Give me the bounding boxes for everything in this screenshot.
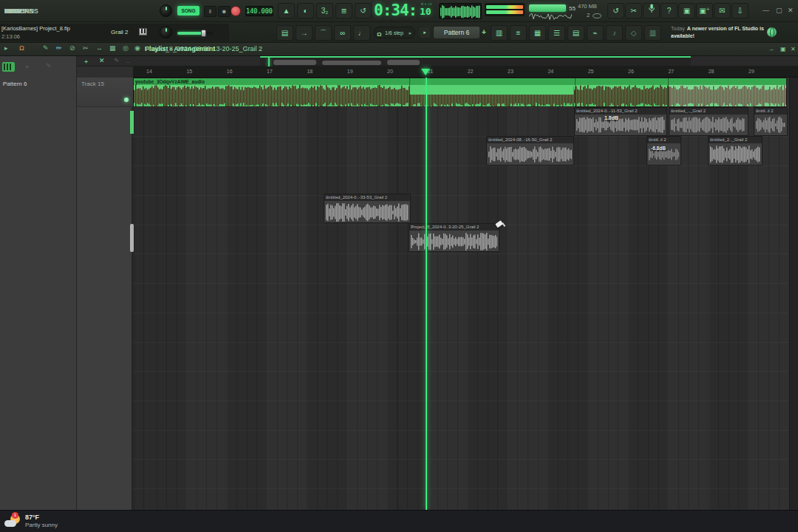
stop-button[interactable]: ■	[218, 6, 231, 17]
blend-recording-icon[interactable]: ≣	[335, 3, 352, 18]
pencil-tool-icon[interactable]: ✎	[46, 62, 52, 69]
mixer-icon[interactable]: ▦	[529, 25, 546, 41]
detach-icon[interactable]: ▸	[4, 44, 8, 52]
add-track-icon[interactable]: ＋	[83, 57, 89, 66]
countdown-icon[interactable]: 3₂	[316, 3, 333, 18]
bpm-display[interactable]: 140.000	[245, 6, 273, 16]
save-icon[interactable]: ▣	[678, 3, 695, 18]
playlist-close-button[interactable]: ✕	[791, 46, 796, 52]
paint-tool-icon[interactable]: ✏	[56, 44, 62, 52]
close-button[interactable]: ✕	[788, 7, 794, 14]
browser-icon[interactable]: ☰	[548, 25, 565, 41]
clip-header[interactable]: ≡youtube_3OdqvVzAIME_audio	[134, 78, 786, 85]
metronome-icon[interactable]: ▲	[278, 3, 295, 18]
minimize-button[interactable]: —	[763, 7, 769, 14]
clip-menu-icon[interactable]: ≡	[326, 194, 330, 201]
audio-clip[interactable]: ≡untitled_2.._Grail 2	[708, 136, 763, 166]
link-icon[interactable]: ∞	[334, 25, 351, 41]
audio-clip[interactable]: ≡untitled_2024-08..-16-50_Grail 2	[486, 136, 574, 166]
glissando-icon[interactable]: ⌒	[315, 25, 332, 41]
update-notification[interactable]: TodayA newer version of FL Studio is ava…	[671, 25, 764, 41]
clip-menu-icon[interactable]: ≡	[411, 224, 415, 231]
channel-selector[interactable]: Grail 2	[111, 29, 129, 35]
help-icon[interactable]: ?	[661, 3, 678, 18]
undo-icon[interactable]: ↺	[607, 3, 624, 18]
playhead-marker[interactable]	[421, 69, 430, 75]
slice-tool-icon[interactable]: ✂	[83, 44, 89, 52]
pattern-selector[interactable]: Pattern 6	[433, 26, 480, 39]
playback-tool-icon[interactable]: ◉	[134, 44, 140, 52]
mini-keyboard-icon	[139, 28, 147, 35]
clip-menu-icon[interactable]: ≡	[135, 78, 140, 85]
channel-volume-knob[interactable]	[160, 26, 172, 38]
playlist-view-icon[interactable]: ▥	[491, 25, 508, 41]
playlist-scrollbar[interactable]	[260, 56, 691, 66]
scrollbar-thumb[interactable]	[130, 224, 134, 252]
playhead-line[interactable]	[426, 78, 427, 510]
weather-widget[interactable]: 1 87°F Partly sunny	[4, 513, 100, 531]
clip-menu-icon[interactable]: ≡	[671, 108, 675, 115]
audio-clip-youtube[interactable]: ≡youtube_3OdqvVzAIME_audio	[133, 78, 787, 107]
playlist-grid[interactable]: ≡youtube_3OdqvVzAIME_audio ≡untitled_202…	[133, 78, 798, 510]
project-picker-icon[interactable]: ▤	[567, 25, 584, 41]
pause-button[interactable]: ‖	[204, 6, 216, 17]
maximize-button[interactable]: ▢	[776, 7, 782, 14]
performance-mode-icon[interactable]: ♪	[606, 25, 623, 41]
zoom-tool-icon[interactable]: ◎	[123, 44, 129, 52]
typing-keyboard-icon[interactable]: ▤	[276, 25, 293, 41]
add-pattern-button[interactable]: +	[482, 28, 486, 36]
picker-pattern-item[interactable]: ▸Pattern 6	[3, 81, 27, 87]
menu-item[interactable]: HELP	[1, 7, 24, 15]
clip-menu-icon[interactable]: ≡	[576, 108, 581, 115]
globe-icon[interactable]	[767, 27, 777, 37]
slip-tool-icon[interactable]: ✎	[43, 44, 49, 52]
wait-for-input-icon[interactable]: ◐	[297, 3, 314, 18]
magnet-icon[interactable]: Ω	[19, 44, 24, 52]
track-header[interactable]: Track 15 ▲	[77, 78, 133, 107]
project-name: [KarlosBarnes] Project_8.flp	[1, 25, 70, 32]
microphone-icon[interactable]	[643, 3, 660, 18]
plugin-icon[interactable]: ⌁	[587, 25, 604, 41]
mute-tool-icon[interactable]: ⊘	[69, 44, 75, 52]
move-tool-icon[interactable]: ＋	[24, 62, 30, 72]
pitch-slider[interactable]	[177, 32, 213, 35]
clip-menu-icon[interactable]: ≡	[488, 137, 493, 143]
clip-menu-icon[interactable]: ≡	[756, 108, 760, 115]
timeline-ruler[interactable]: 14151617181920212223242526272829	[133, 66, 798, 78]
step-play-button[interactable]: ▸	[420, 27, 430, 38]
playlist-vertical-scrollbar[interactable]	[789, 78, 798, 510]
audio-clip[interactable]: ≡untitled_2024-0..-33-53_Grail 2	[324, 194, 411, 223]
cut-tool-icon[interactable]: ✂	[625, 3, 642, 18]
metronome-hat-icon[interactable]: ♩	[353, 25, 370, 41]
pencil-icon[interactable]: ✎	[114, 57, 120, 64]
time-display[interactable]: 0:34: M:S:CS 10	[374, 1, 437, 21]
clip-menu-icon[interactable]: ≡	[710, 137, 715, 143]
audio-clip[interactable]: ≡untitled_.._Grail 2	[669, 107, 748, 136]
delete-icon[interactable]: ✕	[99, 57, 105, 64]
audio-clip[interactable]: ≡untitled_2024-0..-11-53_Grail 2 1.8dB	[574, 107, 667, 136]
account-icon[interactable]: ⇩	[732, 3, 748, 18]
playlist-minimize-button[interactable]: –	[770, 46, 773, 52]
oscilloscope[interactable]	[439, 3, 482, 19]
playlist-maximize-button[interactable]: ▣	[780, 46, 786, 52]
seek-tool-icon[interactable]: ↔	[96, 44, 103, 52]
master-knob[interactable]	[160, 4, 172, 17]
audio-clip[interactable]: ≡untitl..il 2 -6.8dB	[647, 136, 681, 166]
channel-rack-icon[interactable]: ≡	[510, 25, 527, 41]
touch-controller-icon[interactable]: ◇	[625, 25, 642, 41]
shop-icon[interactable]: ▥	[644, 25, 661, 41]
piano-roll-view-icon[interactable]	[2, 62, 15, 72]
loop-record-icon[interactable]: ↺	[355, 3, 372, 18]
select-tool-icon[interactable]: ▦	[109, 44, 116, 52]
snap-selector[interactable]: Ω 1/6 step ▸	[374, 27, 415, 38]
clip-menu-icon[interactable]: ≡	[649, 137, 653, 143]
more-icon[interactable]: ‥	[126, 57, 130, 64]
track-mute-led[interactable]	[124, 98, 129, 102]
save-new-version-icon[interactable]: ▣⁺	[696, 3, 713, 18]
audio-clip[interactable]: ≡untitl..il 2	[754, 107, 788, 136]
feedback-icon[interactable]: ✉	[714, 3, 731, 18]
step-edit-icon[interactable]: →	[296, 25, 313, 41]
record-button[interactable]	[231, 6, 241, 16]
song-mode-toggle[interactable]: SONG	[177, 6, 200, 16]
audio-clip[interactable]: ≡Project_8_2024-0..3-20-25_Grail 2	[409, 223, 499, 252]
